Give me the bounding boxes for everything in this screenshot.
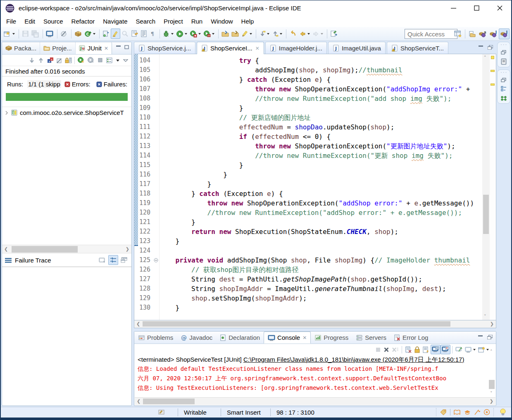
close-tab-icon[interactable]: ✕ bbox=[302, 335, 307, 341]
editor-tab-shopservicet[interactable]: JShopServiceT... bbox=[387, 42, 448, 54]
back-arrow-button[interactable] bbox=[298, 29, 311, 39]
menu-navigate[interactable]: Navigate bbox=[99, 16, 131, 26]
view-tab-packa[interactable]: Packa... bbox=[2, 42, 40, 54]
show-failures-only-button[interactable]: xx bbox=[45, 56, 55, 64]
export-folder-button[interactable] bbox=[230, 29, 240, 39]
display-console-button[interactable] bbox=[464, 345, 477, 354]
terminate-button[interactable] bbox=[374, 345, 382, 354]
editor-tab-imageutiljava[interactable]: JImageUtil.java bbox=[328, 42, 386, 54]
menu-run[interactable]: Run bbox=[187, 16, 207, 26]
resource-perspective-button[interactable] bbox=[467, 29, 477, 39]
maximize-editor-icon[interactable] bbox=[488, 45, 493, 50]
menu-file[interactable]: File bbox=[2, 16, 20, 26]
menu-source[interactable]: Source bbox=[39, 16, 67, 26]
open-console-button[interactable] bbox=[477, 345, 490, 355]
fold-collapse-icon[interactable] bbox=[154, 258, 159, 267]
close-button[interactable] bbox=[488, 0, 511, 16]
save-all-button[interactable] bbox=[30, 29, 40, 39]
show-source-button[interactable] bbox=[139, 29, 148, 39]
skip-breakpoints-button[interactable] bbox=[59, 29, 69, 39]
open-console-dropdown-arrow[interactable] bbox=[486, 349, 489, 351]
synchronize-view-button[interactable] bbox=[500, 95, 507, 102]
console-tab-problems[interactable]: Problems bbox=[134, 332, 177, 344]
clear-console-button[interactable] bbox=[404, 345, 413, 355]
display-console-dropdown-arrow[interactable] bbox=[473, 349, 476, 351]
menu-refactor[interactable]: Refactor bbox=[67, 16, 99, 26]
mark-occurrences-button[interactable] bbox=[111, 29, 120, 39]
remove-launch-button[interactable] bbox=[382, 345, 391, 354]
minimize-editor-icon[interactable] bbox=[478, 45, 483, 50]
console-output[interactable]: <terminated> ShopServiceTest [JUnit] C:\… bbox=[134, 355, 496, 397]
console-tab-progress[interactable]: Progress bbox=[311, 332, 352, 344]
run-button[interactable] bbox=[175, 29, 188, 39]
test-hierarchy-button[interactable] bbox=[105, 56, 114, 64]
new-class-dropdown-arrow[interactable] bbox=[93, 33, 95, 35]
console-tab-javadoc[interactable]: @Javadoc bbox=[177, 332, 216, 344]
editor-horizontal-scrollbar[interactable]: ❮ ❯ bbox=[134, 320, 496, 328]
status-wand-icon[interactable] bbox=[474, 409, 481, 415]
dropdown-button[interactable] bbox=[114, 57, 121, 64]
scroll-lock-button[interactable] bbox=[413, 345, 422, 355]
expand-chevron-icon[interactable] bbox=[5, 111, 9, 115]
console-horizontal-scrollbar[interactable]: ❮ ❯ bbox=[135, 397, 495, 405]
coverage-dropdown-arrow[interactable] bbox=[198, 33, 201, 35]
close-tab-icon[interactable]: ✕ bbox=[255, 45, 260, 51]
outline-view-button[interactable] bbox=[500, 86, 507, 92]
stop-test-button[interactable] bbox=[96, 56, 105, 64]
maximize-console-icon[interactable] bbox=[487, 335, 493, 339]
ft-stacktrace-button[interactable] bbox=[108, 255, 118, 265]
view-menu-button[interactable] bbox=[121, 57, 130, 64]
open-task-button[interactable] bbox=[101, 29, 111, 39]
run-dropdown-arrow[interactable] bbox=[185, 33, 187, 35]
maximize-view-icon[interactable] bbox=[124, 45, 130, 50]
debug-dropdown-arrow[interactable] bbox=[171, 33, 174, 35]
next-failed-test-button[interactable] bbox=[27, 56, 36, 64]
console-tab-console[interactable]: Console✕ bbox=[264, 332, 311, 344]
status-tag-icon[interactable] bbox=[440, 409, 447, 415]
status-book-icon[interactable] bbox=[453, 409, 461, 415]
next-annotation-button[interactable] bbox=[258, 29, 271, 39]
show-whitespace-button[interactable]: ¶ bbox=[148, 29, 157, 39]
console-tab-errorlog[interactable]: Error Log bbox=[390, 332, 432, 344]
console-vertical-scrollbar[interactable]: ˄ ˅ bbox=[488, 356, 495, 389]
external-tools-dropdown-arrow[interactable] bbox=[212, 33, 214, 35]
minimize-console-icon[interactable] bbox=[478, 335, 483, 339]
status-star-icon[interactable] bbox=[483, 409, 490, 415]
last-edit-location-button[interactable] bbox=[329, 29, 338, 39]
annotate-pencil-dropdown-arrow[interactable] bbox=[250, 33, 252, 35]
task-list-view-button[interactable] bbox=[500, 58, 507, 65]
code-editor[interactable]: 1041051061071081091101111121131141151161… bbox=[134, 54, 496, 320]
rerun-test-button[interactable] bbox=[76, 56, 86, 64]
new-class-button[interactable]: C bbox=[83, 29, 97, 39]
restore-view-button[interactable] bbox=[501, 78, 507, 83]
java-perspective-button[interactable]: J bbox=[499, 29, 510, 39]
minimize-button[interactable] bbox=[442, 0, 465, 16]
javadoc-wizard-button[interactable] bbox=[130, 29, 139, 39]
forward-arrow-button[interactable] bbox=[311, 29, 324, 39]
open-perspective-button[interactable] bbox=[453, 29, 463, 39]
show-stderr-button[interactable] bbox=[441, 345, 450, 354]
minimize-view-icon[interactable] bbox=[116, 45, 121, 50]
menu-edit[interactable]: Edit bbox=[20, 16, 39, 26]
view-tab-junit[interactable]: JuJUnit✕ bbox=[76, 42, 112, 54]
save-button[interactable] bbox=[21, 29, 30, 39]
ft-open-window-button[interactable] bbox=[119, 255, 129, 265]
close-tab-icon[interactable]: ✕ bbox=[104, 45, 108, 51]
next-annotation-dropdown-arrow[interactable] bbox=[267, 33, 269, 35]
console-tab-declaration[interactable]: Declaration bbox=[216, 332, 264, 344]
console-tab-servers[interactable]: Servers bbox=[352, 332, 390, 344]
import-folder-button[interactable] bbox=[220, 29, 230, 39]
editor-tab-imageholderj[interactable]: JImageHolder.j... bbox=[265, 42, 327, 54]
debug-button[interactable] bbox=[162, 29, 175, 39]
restore-view-button[interactable] bbox=[501, 50, 507, 55]
menu-search[interactable]: Search bbox=[131, 16, 160, 26]
show-stdout-button[interactable] bbox=[431, 345, 441, 354]
quick-access-input[interactable] bbox=[405, 29, 457, 39]
status-cap-icon[interactable] bbox=[464, 409, 471, 415]
terminal-view-button[interactable] bbox=[45, 29, 55, 39]
remove-all-launches-button[interactable] bbox=[391, 345, 400, 354]
test-tree-item[interactable]: J com.imooc.o2o.service.ShopServiceT bbox=[2, 107, 131, 118]
editor-vertical-scrollbar[interactable]: ˄ ˅ bbox=[482, 54, 490, 320]
prev-annotation-button[interactable] bbox=[271, 29, 283, 39]
new-wizard-dropdown-arrow[interactable] bbox=[12, 33, 15, 35]
